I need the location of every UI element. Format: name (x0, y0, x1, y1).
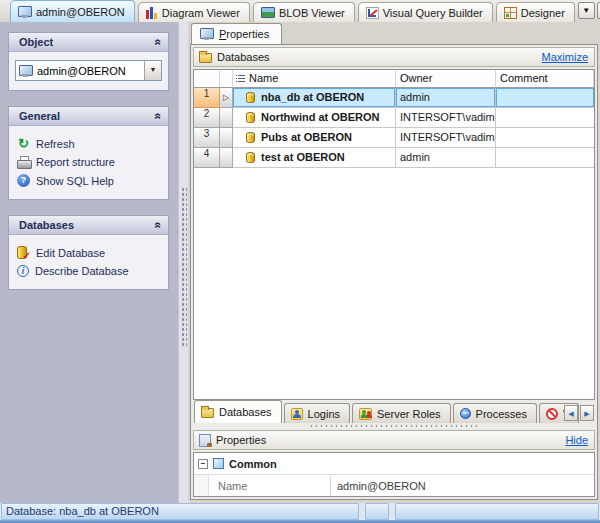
tab-label: admin@OBERON (36, 6, 125, 18)
tab-list-dropdown-button[interactable]: ▼ (578, 2, 595, 19)
sidebar-item-edit-database[interactable]: Edit Database (15, 243, 162, 262)
table-row[interactable]: 1 nba_db at OBERON admin (194, 88, 594, 108)
table-grid-icon (504, 7, 517, 19)
collapse-chevron-icon[interactable] (154, 222, 164, 229)
cell-owner[interactable]: admin (396, 88, 496, 108)
tab-label: Server Roles (377, 408, 441, 420)
cell-name[interactable]: Pubs at OBERON (233, 128, 396, 148)
category-scroll-right-button[interactable]: ▶ (580, 405, 594, 421)
grid-header-row: Name Owner Comment (194, 70, 594, 88)
tab-visual-query-builder[interactable]: Visual Query Builder (358, 2, 493, 22)
sidebar-item-label: Edit Database (36, 247, 105, 259)
monitor-icon (18, 6, 32, 18)
cell-comment[interactable] (496, 88, 594, 108)
databases-grid: Name Owner Comment 1 nba_db at OBERON ad… (193, 69, 595, 400)
app-window: admin@OBERON Diagram Viewer BLOB Viewer … (0, 0, 600, 523)
folder-icon (199, 53, 212, 63)
category-tab-processes[interactable]: Processes (453, 403, 537, 423)
table-row[interactable]: 2 Northwind at OBERON INTERSOFT\vadim (194, 108, 594, 128)
general-panel-header[interactable]: General (9, 107, 168, 126)
cell-name[interactable]: test at OBERON (233, 148, 396, 168)
property-row: Name admin@OBERON (194, 475, 594, 496)
maximize-link[interactable]: Maximize (542, 51, 588, 63)
column-header-owner[interactable]: Owner (396, 70, 496, 88)
splitter-grip[interactable] (309, 424, 479, 429)
table-row[interactable]: 3 Pubs at OBERON INTERSOFT\vadim (194, 128, 594, 148)
help-icon (17, 174, 30, 187)
status-bar: Database: nba_db at OBERON (0, 503, 600, 523)
sidebar-item-refresh[interactable]: Refresh (15, 134, 162, 153)
object-panel-header[interactable]: Object (9, 33, 168, 52)
row-indicator-header (220, 70, 233, 88)
object-panel-body: admin@OBERON (9, 52, 168, 90)
row-stub (194, 475, 209, 496)
content-area: Object admin@OBERON General (0, 22, 600, 503)
vertical-splitter[interactable] (178, 22, 188, 503)
user-icon (291, 408, 303, 420)
sidebar-item-describe-database[interactable]: Describe Database (15, 262, 162, 280)
cell-comment[interactable] (496, 108, 594, 128)
object-selector[interactable]: admin@OBERON (15, 60, 162, 81)
collapse-minus-icon[interactable] (198, 459, 208, 469)
row-indicator-cell (220, 108, 233, 128)
tab-blob-viewer[interactable]: BLOB Viewer (253, 2, 355, 22)
horizontal-splitter[interactable] (193, 423, 595, 430)
globe-icon (460, 408, 471, 419)
users-icon (359, 408, 372, 420)
category-tab-databases[interactable]: Databases (194, 400, 282, 423)
folder-icon (201, 408, 214, 418)
tab-properties[interactable]: Properties (191, 23, 282, 44)
column-header-name[interactable]: Name (233, 70, 396, 88)
tab-label: Diagram Viewer (162, 7, 240, 19)
databases-panel-header[interactable]: Databases (9, 216, 168, 235)
property-value[interactable]: admin@OBERON (331, 476, 594, 496)
page-icon (213, 458, 224, 469)
refresh-icon (17, 137, 30, 150)
cell-owner[interactable]: admin (396, 148, 496, 168)
properties-tab-row: Properties (188, 22, 600, 44)
collapse-chevron-icon[interactable] (154, 113, 164, 120)
splitter-grip[interactable] (181, 187, 187, 347)
sidebar-item-label: Show SQL Help (36, 175, 114, 187)
category-tab-bar: Databases Logins Server Roles Processes (193, 400, 595, 423)
sidebar: Object admin@OBERON General (0, 22, 178, 503)
row-number: 2 (194, 108, 220, 128)
category-tab-server-roles[interactable]: Server Roles (352, 403, 451, 423)
general-panel-body: Refresh Report structure Show SQL Help (9, 126, 168, 199)
cell-name[interactable]: Northwind at OBERON (233, 108, 396, 128)
table-row[interactable]: 4 test at OBERON admin (194, 148, 594, 168)
sidebar-item-label: Report structure (36, 156, 115, 168)
tab-label: BLOB Viewer (279, 7, 345, 19)
tab-designer[interactable]: Designer (496, 2, 575, 22)
cell-owner[interactable]: INTERSOFT\vadim (396, 128, 496, 148)
main-area: Properties Databases Maximize Name (188, 22, 600, 503)
status-database-text: Database: nba_db at OBERON (1, 503, 359, 520)
tab-admin-oberon[interactable]: admin@OBERON (10, 0, 135, 22)
row-indicator-cell (220, 128, 233, 148)
column-header-comment[interactable]: Comment (496, 70, 594, 88)
category-tab-scrollers: ◀ ▶ (564, 405, 594, 421)
cell-owner[interactable]: INTERSOFT\vadim (396, 108, 496, 128)
database-icon (246, 112, 255, 123)
tab-label: Processes (476, 408, 527, 420)
edit-database-icon (17, 246, 30, 259)
validate-icon (546, 408, 558, 420)
sidebar-item-show-sql-help[interactable]: Show SQL Help (15, 171, 162, 190)
monitor-icon (19, 65, 33, 77)
general-panel: General Refresh Report structure Show SQ… (8, 106, 169, 200)
collapse-chevron-icon[interactable] (154, 39, 164, 46)
top-tab-bar: admin@OBERON Diagram Viewer BLOB Viewer … (0, 0, 600, 22)
section-title: Databases (217, 51, 270, 63)
hide-link[interactable]: Hide (565, 434, 588, 446)
sidebar-item-label: Describe Database (35, 265, 129, 277)
cell-comment[interactable] (496, 148, 594, 168)
cell-comment[interactable] (496, 128, 594, 148)
dropdown-arrow-button[interactable] (144, 61, 161, 80)
sidebar-item-report-structure[interactable]: Report structure (15, 153, 162, 171)
tab-diagram-viewer[interactable]: Diagram Viewer (138, 2, 250, 22)
bar-chart-icon (146, 7, 158, 19)
cell-name[interactable]: nba_db at OBERON (233, 88, 396, 108)
category-scroll-left-button[interactable]: ◀ (564, 405, 578, 421)
object-selector-value: admin@OBERON (37, 65, 140, 77)
category-tab-logins[interactable]: Logins (284, 403, 350, 423)
